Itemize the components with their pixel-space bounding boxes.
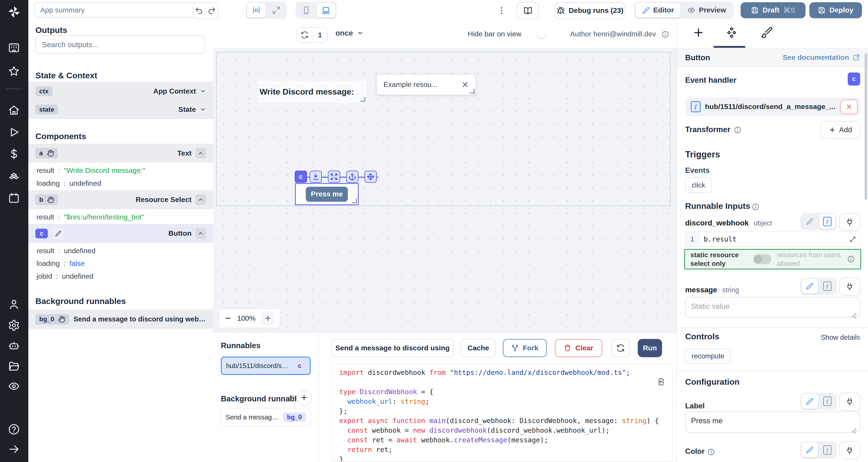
favorites-star-icon[interactable]	[8, 65, 20, 77]
full-width-toggle[interactable]	[267, 3, 286, 18]
edit-id-button[interactable]	[52, 228, 64, 239]
debug-runs-button[interactable]: Debug runs (23)	[555, 2, 625, 19]
collapse-a-button[interactable]	[195, 148, 206, 158]
chevron-down-icon[interactable]	[200, 88, 206, 94]
variables-icon[interactable]	[8, 148, 20, 160]
component-row-c[interactable]: c Button	[28, 224, 213, 243]
expand-sidebar-icon[interactable]	[8, 443, 20, 455]
resource-mode-toggle[interactable]	[753, 254, 771, 264]
zoom-out-icon[interactable]	[224, 315, 232, 322]
resources-icon[interactable]	[8, 170, 20, 182]
connect-mode-button[interactable]: f	[819, 214, 836, 229]
folders-icon[interactable]	[8, 360, 20, 372]
add-background-runnable-button[interactable]	[296, 390, 312, 405]
add-transformer-button[interactable]: Add	[820, 121, 860, 138]
collapse-c-button[interactable]	[195, 228, 206, 238]
text-component[interactable]: Write Discord message:	[258, 81, 367, 103]
background-row-bg0[interactable]: bg_0 Send a message to discord using web…	[28, 310, 213, 329]
resize-handle[interactable]	[352, 198, 356, 203]
recompute-chip[interactable]: recompute	[685, 349, 731, 364]
app-summary-input[interactable]	[34, 2, 199, 18]
info-icon[interactable]	[707, 448, 715, 456]
input1-expression[interactable]: 1 b.result	[685, 232, 860, 246]
schedules-icon[interactable]	[8, 192, 20, 204]
plug-input2-button[interactable]	[839, 278, 860, 296]
code-editor[interactable]: import discordwebhook from "https://deno…	[331, 364, 673, 462]
collapse-b-button[interactable]	[195, 194, 206, 205]
settings-gear-icon[interactable]	[8, 319, 20, 331]
label-value-input[interactable]: Press me	[685, 411, 860, 433]
info-icon[interactable]	[734, 126, 742, 134]
cache-button[interactable]: Cache	[461, 339, 496, 357]
resize-handle[interactable]	[470, 89, 474, 94]
app-canvas[interactable]: Write Discord message: Example resou... …	[213, 48, 677, 332]
refresh-script-button[interactable]	[611, 339, 630, 357]
mobile-toggle[interactable]	[297, 3, 316, 18]
tab-preview[interactable]: Preview	[681, 3, 733, 18]
tab-insert-icon[interactable]	[692, 27, 705, 39]
resize-handle[interactable]	[361, 97, 365, 102]
component-row-b[interactable]: b Resource Select	[28, 190, 213, 209]
home-icon[interactable]	[8, 104, 20, 116]
resource-select-component[interactable]: Example resou...	[376, 74, 476, 95]
fork-button[interactable]: Fork	[503, 339, 547, 357]
static-mode-button[interactable]	[802, 214, 818, 229]
show-details-link[interactable]: Show details	[821, 333, 860, 341]
fixed-width-toggle[interactable]	[247, 3, 266, 18]
deploy-button[interactable]: Deploy	[809, 2, 862, 18]
connect-mode-button[interactable]: f	[819, 394, 836, 409]
info-icon[interactable]	[752, 203, 760, 211]
selected-button-component[interactable]: c Press me	[295, 183, 359, 205]
output-row-state[interactable]: state State	[28, 100, 213, 119]
more-menu-icon[interactable]	[497, 6, 506, 15]
audit-eye-icon[interactable]	[8, 380, 20, 392]
static-mode-button[interactable]	[802, 279, 818, 294]
dock-component-button[interactable]	[310, 171, 322, 183]
plug-input1-button[interactable]	[839, 213, 860, 231]
schedule-mode-dropdown[interactable]: once	[336, 29, 364, 37]
info-icon[interactable]	[661, 31, 669, 38]
see-documentation-link[interactable]: See documentation	[783, 54, 860, 62]
apps-icon[interactable]	[8, 41, 20, 54]
search-outputs-input[interactable]	[35, 35, 205, 54]
output-row-ctx[interactable]: ctx App Context	[28, 82, 213, 101]
static-mode-button[interactable]	[802, 442, 818, 457]
plug-color-button[interactable]	[839, 441, 860, 459]
info-icon[interactable]	[847, 255, 855, 263]
remove-handler-button[interactable]	[840, 99, 858, 114]
message-static-value-input[interactable]	[685, 297, 860, 318]
script-name-button[interactable]: Send a message to discord using	[331, 339, 454, 357]
docs-book-button[interactable]	[517, 2, 539, 19]
tab-editor[interactable]: Editor	[636, 3, 681, 18]
expand-editor-icon[interactable]	[849, 236, 856, 243]
plug-label-button[interactable]	[839, 393, 860, 410]
redo-button[interactable]	[205, 3, 218, 19]
run-button[interactable]: Run	[638, 339, 662, 357]
background-runnable-item[interactable]: Send a message... bg_0	[221, 408, 310, 426]
panel-scrollbar[interactable]	[865, 53, 867, 200]
press-me-button[interactable]: Press me	[306, 187, 348, 202]
help-icon[interactable]	[8, 423, 20, 435]
connect-mode-button[interactable]: f	[819, 279, 836, 294]
clear-button[interactable]: Clear	[555, 339, 602, 357]
desktop-toggle[interactable]	[317, 3, 336, 18]
static-mode-button[interactable]	[802, 394, 818, 409]
anchor-component-button[interactable]	[346, 171, 359, 183]
move-component-button[interactable]	[365, 171, 377, 183]
zoom-in-button[interactable]	[261, 311, 275, 325]
runs-icon[interactable]	[8, 126, 20, 138]
tab-settings-icon[interactable]	[725, 27, 738, 39]
expand-component-button[interactable]	[328, 171, 340, 183]
refresh-app-button[interactable]	[297, 28, 312, 42]
users-icon[interactable]	[8, 298, 20, 310]
connect-mode-button[interactable]: f	[819, 442, 836, 457]
event-handler-row[interactable]: f hub/1511/discord/send_a_message_...	[685, 97, 860, 116]
tab-styling-icon[interactable]	[761, 27, 773, 39]
undo-button[interactable]	[193, 3, 205, 19]
info-icon[interactable]	[288, 395, 295, 401]
chevron-down-icon[interactable]	[200, 106, 206, 112]
draft-button[interactable]: Draft ⌘S	[741, 2, 805, 18]
copy-code-icon[interactable]	[657, 377, 665, 386]
clear-select-icon[interactable]	[461, 81, 469, 89]
workers-robot-icon[interactable]	[8, 340, 20, 352]
